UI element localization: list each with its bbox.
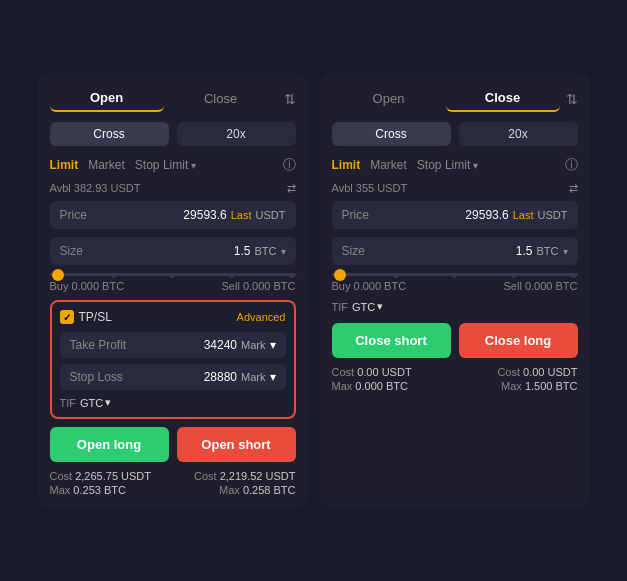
tif-label-inner: TIF bbox=[60, 397, 77, 409]
last-tag-right: Last bbox=[513, 209, 534, 221]
action-btns-left: Open long Open short bbox=[50, 427, 296, 462]
avbl-label-right: Avbl 355 USDT bbox=[332, 182, 408, 195]
transfer-icon-left[interactable]: ⇄ bbox=[287, 182, 296, 195]
buy-label-left: Buy 0.000 BTC bbox=[50, 280, 125, 292]
slider-dot-2 bbox=[111, 273, 116, 278]
price-field-left[interactable]: Price 29593.6 Last USDT bbox=[50, 201, 296, 229]
leverage-button-right[interactable]: 20x bbox=[459, 122, 578, 146]
tpsl-checkbox-label[interactable]: ✓ TP/SL bbox=[60, 310, 112, 324]
size-label-right: Size bbox=[342, 244, 382, 258]
slider-row-right[interactable] bbox=[332, 273, 578, 276]
slider-dot-r3 bbox=[452, 273, 457, 278]
slider-dot-r2 bbox=[393, 273, 398, 278]
avbl-label-left: Avbl 382.93 USDT bbox=[50, 182, 141, 195]
left-tab-row: Open Close ⇅ bbox=[50, 85, 296, 112]
size-field-right[interactable]: Size 1.5 BTC ▾ bbox=[332, 237, 578, 265]
tpsl-header: ✓ TP/SL Advanced bbox=[60, 310, 286, 324]
avbl-row-left: Avbl 382.93 USDT ⇄ bbox=[50, 182, 296, 195]
tif-dropdown-right[interactable]: ▾ bbox=[377, 300, 383, 313]
cost-item-long: Cost 2,265.75 USDT Max 0.253 BTC bbox=[50, 470, 152, 496]
take-profit-mark: Mark bbox=[241, 339, 265, 351]
tpsl-box-left: ✓ TP/SL Advanced Take Profit 34240 Mark … bbox=[50, 300, 296, 419]
close-short-button[interactable]: Close short bbox=[332, 323, 451, 358]
buy-label-right: Buy 0.000 BTC bbox=[332, 280, 407, 292]
price-unit-right: USDT bbox=[538, 209, 568, 221]
order-type-row-right: Limit Market Stop Limit ⓘ bbox=[332, 156, 578, 174]
slider-dot-3 bbox=[170, 273, 175, 278]
transfer-icon-right[interactable]: ⇄ bbox=[569, 182, 578, 195]
max-long-label: Max 0.253 BTC bbox=[50, 484, 152, 496]
tpsl-label: TP/SL bbox=[79, 310, 112, 324]
stop-loss-mark: Mark bbox=[241, 371, 265, 383]
size-value-right: 1.5 BTC ▾ bbox=[516, 244, 568, 258]
order-market-right[interactable]: Market bbox=[370, 158, 407, 172]
info-icon-right[interactable]: ⓘ bbox=[565, 156, 578, 174]
sell-label-right: Sell 0.000 BTC bbox=[504, 280, 578, 292]
open-long-button[interactable]: Open long bbox=[50, 427, 169, 462]
order-stop-limit-left[interactable]: Stop Limit bbox=[135, 158, 196, 172]
size-field-left[interactable]: Size 1.5 BTC ▾ bbox=[50, 237, 296, 265]
tab-close-left[interactable]: Close bbox=[164, 86, 278, 111]
close-long-button[interactable]: Close long bbox=[459, 323, 578, 358]
right-panel: Open Close ⇅ Cross 20x Limit Market Stop… bbox=[320, 73, 590, 508]
advanced-label[interactable]: Advanced bbox=[237, 311, 286, 323]
slider-row-left[interactable] bbox=[50, 273, 296, 276]
tif-value-right[interactable]: GTC ▾ bbox=[352, 300, 383, 313]
action-btns-right: Close short Close long bbox=[332, 323, 578, 358]
avbl-row-right: Avbl 355 USDT ⇄ bbox=[332, 182, 578, 195]
order-limit-left[interactable]: Limit bbox=[50, 158, 79, 172]
cost-item-close-long: Cost 0.00 USDT Max 1.500 BTC bbox=[497, 366, 577, 392]
size-unit-left: BTC bbox=[255, 245, 277, 257]
open-short-button[interactable]: Open short bbox=[177, 427, 296, 462]
sell-label-left: Sell 0.000 BTC bbox=[222, 280, 296, 292]
cost-long-label: Cost 2,265.75 USDT bbox=[50, 470, 152, 482]
order-limit-right[interactable]: Limit bbox=[332, 158, 361, 172]
tif-dropdown-inner[interactable]: ▾ bbox=[105, 396, 111, 409]
tab-close-right[interactable]: Close bbox=[446, 85, 560, 112]
cost-close-long-label: Cost 0.00 USDT bbox=[497, 366, 577, 378]
tif-value-inner[interactable]: GTC ▾ bbox=[80, 396, 111, 409]
size-dropdown-right[interactable]: ▾ bbox=[563, 246, 568, 257]
tpsl-checkbox[interactable]: ✓ bbox=[60, 310, 74, 324]
max-close-long-label: Max 1.500 BTC bbox=[497, 380, 577, 392]
price-label-right: Price bbox=[342, 208, 382, 222]
size-dropdown-left[interactable]: ▾ bbox=[281, 246, 286, 257]
cross-button-left[interactable]: Cross bbox=[50, 122, 169, 146]
cost-short-label: Cost 2,219.52 USDT bbox=[194, 470, 296, 482]
leverage-button-left[interactable]: 20x bbox=[177, 122, 296, 146]
cost-item-short: Cost 2,219.52 USDT Max 0.258 BTC bbox=[194, 470, 296, 496]
tif-row-right: TIF GTC ▾ bbox=[332, 300, 578, 313]
cost-row-right: Cost 0.00 USDT Max 0.000 BTC Cost 0.00 U… bbox=[332, 366, 578, 392]
take-profit-label: Take Profit bbox=[70, 338, 140, 352]
buy-sell-row-left: Buy 0.000 BTC Sell 0.000 BTC bbox=[50, 280, 296, 292]
tab-open-right[interactable]: Open bbox=[332, 86, 446, 111]
take-profit-dropdown[interactable]: ▾ bbox=[270, 338, 276, 352]
slider-track-right bbox=[332, 273, 578, 276]
price-field-right[interactable]: Price 29593.6 Last USDT bbox=[332, 201, 578, 229]
cross-button-right[interactable]: Cross bbox=[332, 122, 451, 146]
stop-loss-label: Stop Loss bbox=[70, 370, 140, 384]
tif-row-left-inner: TIF GTC ▾ bbox=[60, 396, 286, 409]
leverage-row-left: Cross 20x bbox=[50, 122, 296, 146]
take-profit-value: 34240 Mark ▾ bbox=[204, 338, 276, 352]
slider-thumb-left[interactable] bbox=[52, 269, 64, 281]
stop-loss-dropdown[interactable]: ▾ bbox=[270, 370, 276, 384]
order-stop-limit-right[interactable]: Stop Limit bbox=[417, 158, 478, 172]
max-close-short-label: Max 0.000 BTC bbox=[332, 380, 412, 392]
price-value-right: 29593.6 Last USDT bbox=[465, 208, 567, 222]
price-unit-left: USDT bbox=[256, 209, 286, 221]
sort-icon-right[interactable]: ⇅ bbox=[566, 91, 578, 107]
stop-loss-value: 28880 Mark ▾ bbox=[204, 370, 276, 384]
tab-open-left[interactable]: Open bbox=[50, 85, 164, 112]
order-market-left[interactable]: Market bbox=[88, 158, 125, 172]
stop-loss-field[interactable]: Stop Loss 28880 Mark ▾ bbox=[60, 364, 286, 390]
size-label-left: Size bbox=[60, 244, 100, 258]
sort-icon-left[interactable]: ⇅ bbox=[284, 91, 296, 107]
slider-track-left bbox=[50, 273, 296, 276]
slider-thumb-right[interactable] bbox=[334, 269, 346, 281]
info-icon-left[interactable]: ⓘ bbox=[283, 156, 296, 174]
take-profit-field[interactable]: Take Profit 34240 Mark ▾ bbox=[60, 332, 286, 358]
cost-row-left: Cost 2,265.75 USDT Max 0.253 BTC Cost 2,… bbox=[50, 470, 296, 496]
leverage-row-right: Cross 20x bbox=[332, 122, 578, 146]
buy-sell-row-right: Buy 0.000 BTC Sell 0.000 BTC bbox=[332, 280, 578, 292]
